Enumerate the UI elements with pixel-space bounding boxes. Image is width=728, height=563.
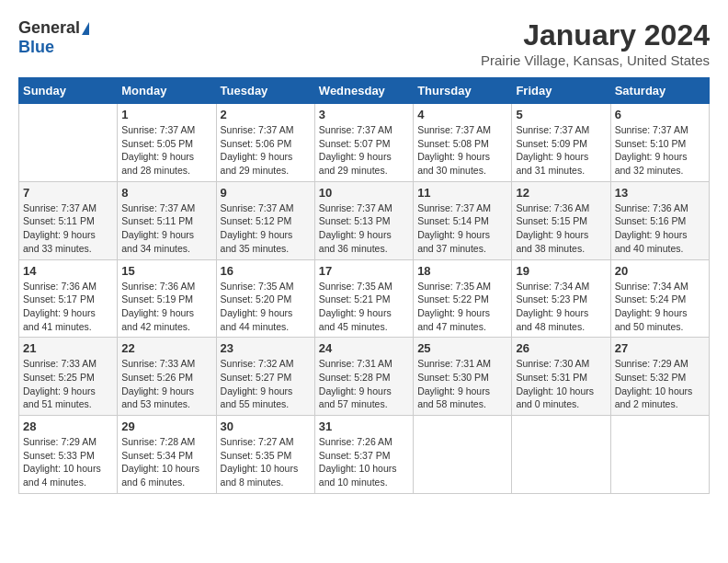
day-info: Sunrise: 7:26 AMSunset: 5:37 PMDaylight:… <box>319 435 409 489</box>
day-number: 26 <box>516 341 606 355</box>
calendar-day-header: Saturday <box>610 78 709 104</box>
day-info: Sunrise: 7:35 AMSunset: 5:21 PMDaylight:… <box>319 280 409 334</box>
day-info: Sunrise: 7:27 AMSunset: 5:35 PMDaylight:… <box>221 435 311 489</box>
calendar-week-row: 14Sunrise: 7:36 AMSunset: 5:17 PMDayligh… <box>19 259 710 338</box>
calendar-week-row: 7Sunrise: 7:37 AMSunset: 5:11 PMDaylight… <box>19 181 710 259</box>
day-number: 17 <box>319 264 409 278</box>
calendar-cell <box>19 104 118 182</box>
day-number: 9 <box>221 186 311 200</box>
calendar-cell: 8Sunrise: 7:37 AMSunset: 5:11 PMDaylight… <box>118 181 216 259</box>
logo-triangle-icon <box>82 22 89 35</box>
day-number: 13 <box>615 186 705 200</box>
day-number: 2 <box>221 108 311 121</box>
calendar-cell: 20Sunrise: 7:34 AMSunset: 5:24 PMDayligh… <box>610 259 709 338</box>
title-area: January 2024 Prairie Village, Kansas, Un… <box>481 18 710 68</box>
day-info: Sunrise: 7:36 AMSunset: 5:19 PMDaylight:… <box>121 280 211 334</box>
day-number: 8 <box>121 186 211 200</box>
day-number: 29 <box>121 419 211 433</box>
calendar-cell: 28Sunrise: 7:29 AMSunset: 5:33 PMDayligh… <box>19 416 118 494</box>
day-info: Sunrise: 7:33 AMSunset: 5:26 PMDaylight:… <box>121 357 211 411</box>
calendar-day-header: Monday <box>118 78 216 104</box>
day-number: 23 <box>221 341 311 355</box>
calendar-cell: 23Sunrise: 7:32 AMSunset: 5:27 PMDayligh… <box>216 338 314 416</box>
day-info: Sunrise: 7:37 AMSunset: 5:09 PMDaylight:… <box>516 123 606 178</box>
day-info: Sunrise: 7:37 AMSunset: 5:10 PMDaylight:… <box>615 123 705 178</box>
calendar-cell: 7Sunrise: 7:37 AMSunset: 5:11 PMDaylight… <box>19 181 118 259</box>
calendar-day-header: Thursday <box>414 78 512 104</box>
calendar-cell: 22Sunrise: 7:33 AMSunset: 5:26 PMDayligh… <box>118 338 216 416</box>
calendar-cell <box>610 416 709 494</box>
day-number: 22 <box>121 341 211 355</box>
day-number: 24 <box>319 341 409 355</box>
day-number: 27 <box>615 341 705 355</box>
day-number: 28 <box>23 419 113 433</box>
day-info: Sunrise: 7:37 AMSunset: 5:13 PMDaylight:… <box>319 201 409 256</box>
day-number: 19 <box>516 264 606 278</box>
day-info: Sunrise: 7:34 AMSunset: 5:24 PMDaylight:… <box>615 280 705 334</box>
day-number: 10 <box>319 186 409 200</box>
calendar-cell: 4Sunrise: 7:37 AMSunset: 5:08 PMDaylight… <box>414 104 512 182</box>
day-info: Sunrise: 7:29 AMSunset: 5:32 PMDaylight:… <box>615 357 705 411</box>
calendar-table: SundayMondayTuesdayWednesdayThursdayFrid… <box>18 77 710 494</box>
calendar-week-row: 28Sunrise: 7:29 AMSunset: 5:33 PMDayligh… <box>19 416 710 494</box>
day-number: 15 <box>121 264 211 278</box>
calendar-day-header: Friday <box>512 78 610 104</box>
day-number: 12 <box>516 186 606 200</box>
calendar-cell: 17Sunrise: 7:35 AMSunset: 5:21 PMDayligh… <box>314 259 413 338</box>
calendar-day-header: Wednesday <box>314 78 413 104</box>
calendar-cell: 14Sunrise: 7:36 AMSunset: 5:17 PMDayligh… <box>19 259 118 338</box>
day-number: 14 <box>23 264 113 278</box>
calendar-day-header: Sunday <box>19 78 118 104</box>
day-number: 5 <box>516 108 606 121</box>
calendar-cell: 6Sunrise: 7:37 AMSunset: 5:10 PMDaylight… <box>610 104 709 182</box>
calendar-week-row: 21Sunrise: 7:33 AMSunset: 5:25 PMDayligh… <box>19 338 710 416</box>
calendar-cell: 12Sunrise: 7:36 AMSunset: 5:15 PMDayligh… <box>512 181 610 259</box>
calendar-cell: 9Sunrise: 7:37 AMSunset: 5:12 PMDaylight… <box>216 181 314 259</box>
location-title: Prairie Village, Kansas, United States <box>481 52 710 68</box>
day-info: Sunrise: 7:35 AMSunset: 5:22 PMDaylight:… <box>417 280 507 334</box>
calendar-cell: 5Sunrise: 7:37 AMSunset: 5:09 PMDaylight… <box>512 104 610 182</box>
calendar-cell <box>414 416 512 494</box>
logo-blue-text: Blue <box>18 38 54 57</box>
calendar-day-header: Tuesday <box>216 78 314 104</box>
calendar-cell: 19Sunrise: 7:34 AMSunset: 5:23 PMDayligh… <box>512 259 610 338</box>
day-number: 3 <box>319 108 409 121</box>
day-number: 18 <box>417 264 507 278</box>
day-info: Sunrise: 7:37 AMSunset: 5:07 PMDaylight:… <box>319 123 409 178</box>
day-info: Sunrise: 7:32 AMSunset: 5:27 PMDaylight:… <box>221 357 311 411</box>
day-number: 7 <box>23 186 113 200</box>
calendar-cell: 26Sunrise: 7:30 AMSunset: 5:31 PMDayligh… <box>512 338 610 416</box>
day-number: 21 <box>23 341 113 355</box>
day-info: Sunrise: 7:37 AMSunset: 5:08 PMDaylight:… <box>417 123 507 178</box>
day-number: 31 <box>319 419 409 433</box>
calendar-week-row: 1Sunrise: 7:37 AMSunset: 5:05 PMDaylight… <box>19 104 710 182</box>
header: General Blue January 2024 Prairie Villag… <box>18 18 710 68</box>
calendar-cell: 2Sunrise: 7:37 AMSunset: 5:06 PMDaylight… <box>216 104 314 182</box>
day-info: Sunrise: 7:37 AMSunset: 5:05 PMDaylight:… <box>121 123 211 178</box>
calendar-cell: 3Sunrise: 7:37 AMSunset: 5:07 PMDaylight… <box>314 104 413 182</box>
day-number: 20 <box>615 264 705 278</box>
day-info: Sunrise: 7:30 AMSunset: 5:31 PMDaylight:… <box>516 357 606 411</box>
calendar-cell: 18Sunrise: 7:35 AMSunset: 5:22 PMDayligh… <box>414 259 512 338</box>
month-title: January 2024 <box>481 18 710 52</box>
day-info: Sunrise: 7:28 AMSunset: 5:34 PMDaylight:… <box>121 435 211 489</box>
calendar-cell: 21Sunrise: 7:33 AMSunset: 5:25 PMDayligh… <box>19 338 118 416</box>
day-info: Sunrise: 7:31 AMSunset: 5:30 PMDaylight:… <box>417 357 507 411</box>
day-info: Sunrise: 7:35 AMSunset: 5:20 PMDaylight:… <box>221 280 311 334</box>
day-number: 25 <box>417 341 507 355</box>
day-info: Sunrise: 7:36 AMSunset: 5:15 PMDaylight:… <box>516 201 606 256</box>
calendar-cell: 16Sunrise: 7:35 AMSunset: 5:20 PMDayligh… <box>216 259 314 338</box>
day-info: Sunrise: 7:36 AMSunset: 5:16 PMDaylight:… <box>615 201 705 256</box>
day-info: Sunrise: 7:37 AMSunset: 5:11 PMDaylight:… <box>121 201 211 256</box>
day-info: Sunrise: 7:37 AMSunset: 5:11 PMDaylight:… <box>23 201 113 256</box>
calendar-cell: 29Sunrise: 7:28 AMSunset: 5:34 PMDayligh… <box>118 416 216 494</box>
calendar-cell: 30Sunrise: 7:27 AMSunset: 5:35 PMDayligh… <box>216 416 314 494</box>
calendar-cell <box>512 416 610 494</box>
day-info: Sunrise: 7:31 AMSunset: 5:28 PMDaylight:… <box>319 357 409 411</box>
logo: General Blue <box>18 18 89 57</box>
calendar-cell: 31Sunrise: 7:26 AMSunset: 5:37 PMDayligh… <box>314 416 413 494</box>
day-info: Sunrise: 7:29 AMSunset: 5:33 PMDaylight:… <box>23 435 113 489</box>
day-info: Sunrise: 7:34 AMSunset: 5:23 PMDaylight:… <box>516 280 606 334</box>
day-number: 6 <box>615 108 705 121</box>
day-info: Sunrise: 7:33 AMSunset: 5:25 PMDaylight:… <box>23 357 113 411</box>
